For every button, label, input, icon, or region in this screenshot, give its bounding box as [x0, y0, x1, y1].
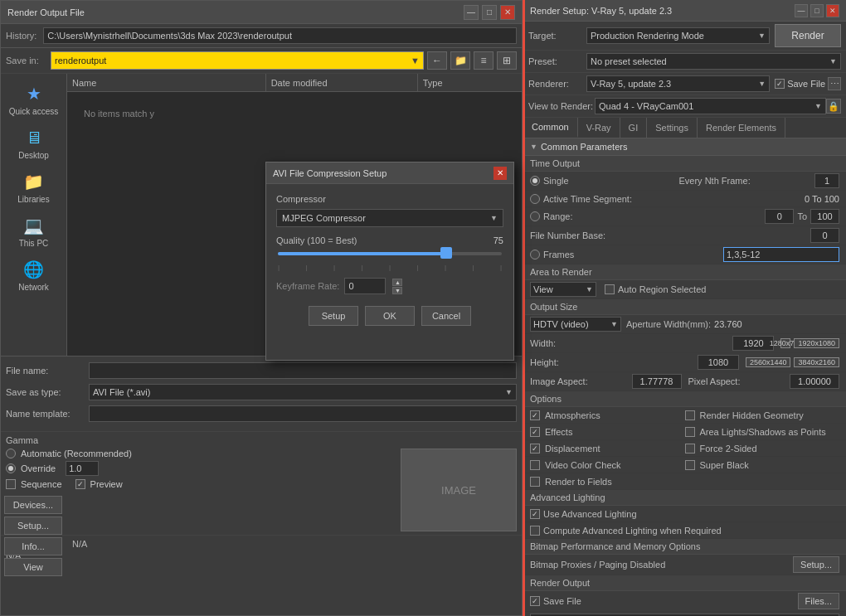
width-input[interactable] — [732, 336, 774, 351]
gamma-auto-radio[interactable] — [6, 449, 16, 458]
range-from-input[interactable] — [765, 209, 794, 224]
sidebar-item-libraries[interactable]: 📁 Libraries — [1, 165, 66, 209]
rs-maximize-btn[interactable]: □ — [810, 4, 824, 17]
rs-close-btn[interactable]: ✕ — [826, 4, 839, 17]
target-combo[interactable]: Production Rendering Mode ▼ — [586, 27, 770, 44]
gamma-override-radio[interactable] — [6, 463, 16, 473]
tab-common[interactable]: Common — [523, 118, 578, 138]
quality-slider-container[interactable] — [276, 252, 503, 255]
target-value: Production Rendering Mode — [591, 31, 704, 41]
filename-input[interactable] — [89, 362, 517, 379]
frames-radio[interactable] — [530, 250, 540, 259]
filenumber-input[interactable] — [810, 228, 839, 243]
width-size1-btn[interactable]: 1280x720 — [780, 338, 790, 348]
grid-btn[interactable]: ⊞ — [497, 51, 517, 70]
gamma-preview-box: IMAGE — [401, 449, 517, 531]
tab-vray[interactable]: V-Ray — [578, 118, 620, 138]
effects-checkbox[interactable] — [530, 427, 540, 437]
avi-cancel-btn[interactable]: Cancel — [421, 306, 471, 326]
pixel-aspect-input[interactable] — [790, 374, 839, 389]
view-combo[interactable]: Quad 4 - VRayCam001 ▼ — [595, 98, 826, 114]
compute-adv-lighting-checkbox[interactable] — [530, 526, 540, 536]
maximize-btn[interactable]: □ — [482, 5, 497, 20]
savein-combo[interactable]: renderoutput ▼ — [51, 51, 424, 70]
renderer-combo[interactable]: V-Ray 5, update 2.3 ▼ — [586, 75, 770, 92]
height-label: Height: — [530, 357, 698, 367]
preview-checkbox[interactable] — [75, 479, 85, 489]
files-btn[interactable]: Files... — [798, 593, 839, 609]
sidebar-libraries-label: Libraries — [17, 195, 49, 204]
size3-label: 2560x1440 — [750, 358, 787, 366]
minimize-btn[interactable]: — — [464, 5, 479, 20]
area-view-combo[interactable]: View ▼ — [530, 282, 596, 297]
renderfields-checkbox[interactable] — [530, 477, 540, 487]
auto-region-checkbox[interactable] — [605, 284, 615, 294]
force2sided-checkbox[interactable] — [685, 444, 695, 454]
range-row: Range: To — [523, 207, 846, 226]
single-radio[interactable] — [530, 176, 540, 186]
range-radio[interactable] — [530, 211, 540, 221]
sidebar-item-thispc[interactable]: 💻 This PC — [1, 209, 66, 253]
rs-minimize-btn[interactable]: — — [795, 4, 808, 17]
renderer-more-btn[interactable]: ⋯ — [828, 77, 841, 90]
output-preset-combo[interactable]: HDTV (video) ▼ — [530, 317, 621, 332]
keyframe-spinner[interactable]: ▲ ▼ — [392, 279, 402, 294]
keyframe-up-btn[interactable]: ▲ — [392, 279, 402, 286]
effects-label: Effects — [545, 427, 685, 437]
compressor-combo[interactable]: MJPEG Compressor ▼ — [276, 209, 503, 227]
sequence-checkbox[interactable] — [6, 479, 16, 489]
history-input[interactable] — [43, 27, 517, 44]
close-dialog-btn[interactable]: ✕ — [500, 5, 515, 20]
devices-btn[interactable]: Devices... — [4, 496, 62, 514]
time-output-header: Time Output — [523, 156, 846, 172]
avi-ok-btn[interactable]: OK — [365, 306, 415, 326]
height-size4-btn[interactable]: 3840x2160 — [794, 357, 839, 367]
info-btn[interactable]: Info... — [4, 537, 62, 555]
back-btn[interactable]: ← — [427, 51, 447, 70]
area-lights-col: Area Lights/Shadows as Points — [685, 427, 840, 437]
sidebar-item-network[interactable]: 🌐 Network — [1, 253, 66, 297]
sidebar-item-desktop[interactable]: 🖥 Desktop — [1, 121, 66, 165]
range-to-input[interactable] — [810, 209, 839, 224]
width-size2-btn[interactable]: 1920x1080 — [794, 338, 839, 348]
height-input[interactable] — [698, 355, 739, 370]
savefile-checkbox[interactable] — [530, 596, 540, 606]
col-type[interactable]: Type — [418, 74, 522, 91]
avi-close-btn[interactable]: ✕ — [494, 167, 507, 180]
keyframe-down-btn[interactable]: ▼ — [392, 287, 402, 294]
viewtoggle-btn[interactable]: ≡ — [474, 51, 494, 70]
area-lights-checkbox[interactable] — [685, 427, 695, 437]
keyframe-input[interactable] — [344, 278, 386, 294]
view-btn[interactable]: View — [4, 558, 62, 576]
bitmap-setup-btn[interactable]: Setup... — [793, 556, 839, 573]
superblack-checkbox[interactable] — [685, 460, 695, 470]
tab-gi[interactable]: GI — [620, 118, 648, 138]
nametemplate-input[interactable] — [89, 405, 517, 422]
rs-controls: — □ ✕ — [795, 4, 839, 17]
tab-render-elements[interactable]: Render Elements — [698, 118, 785, 138]
col-date[interactable]: Date modified — [266, 74, 418, 91]
preset-combo[interactable]: No preset selected ▼ — [586, 53, 841, 70]
use-adv-lighting-checkbox[interactable] — [530, 509, 540, 519]
every-nth-input[interactable] — [814, 173, 839, 188]
render-btn[interactable]: Render — [775, 24, 841, 47]
renderer-savefile-checkbox[interactable] — [775, 79, 785, 89]
frames-input[interactable] — [723, 247, 839, 262]
saveastype-combo[interactable]: AVI File (*.avi) ▼ — [89, 384, 517, 400]
sidebar-item-quickaccess[interactable]: ★ Quick access — [1, 77, 66, 121]
renderer-label: Renderer: — [528, 79, 586, 89]
image-aspect-input[interactable] — [632, 374, 682, 389]
atmospherics-checkbox[interactable] — [530, 410, 540, 420]
tab-settings[interactable]: Settings — [647, 118, 698, 138]
setup-btn[interactable]: Setup... — [4, 517, 62, 535]
avi-setup-btn[interactable]: Setup — [309, 306, 358, 326]
active-time-radio[interactable] — [530, 194, 540, 204]
height-size3-btn[interactable]: 2560x1440 — [746, 357, 791, 367]
newfolder-btn[interactable]: 📁 — [450, 51, 470, 70]
videocolorcheck-checkbox[interactable] — [530, 460, 540, 470]
render-hidden-checkbox[interactable] — [685, 410, 695, 420]
col-name[interactable]: Name — [67, 74, 266, 91]
displacement-checkbox[interactable] — [530, 444, 540, 454]
lock-btn[interactable]: 🔒 — [826, 99, 841, 114]
gamma-override-input[interactable] — [66, 461, 99, 476]
